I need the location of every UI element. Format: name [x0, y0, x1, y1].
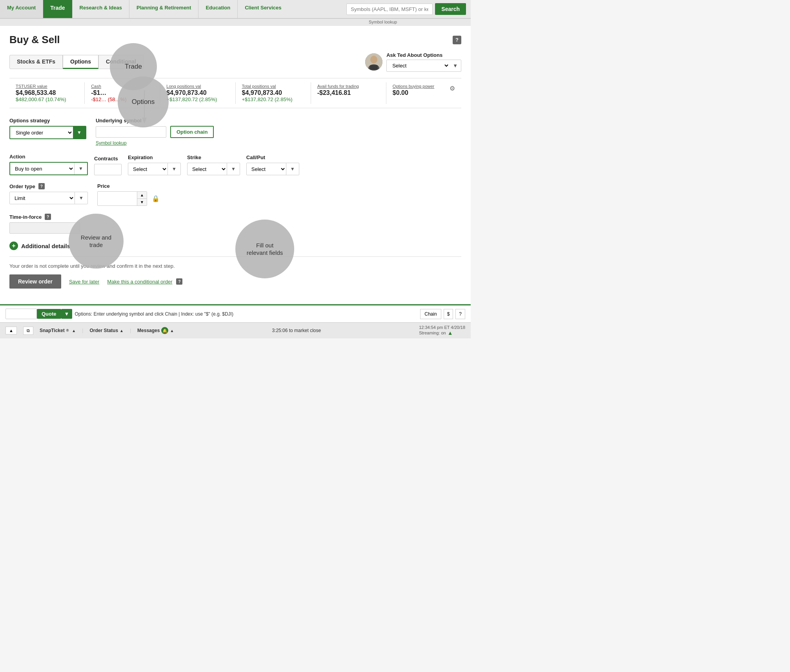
contracts-input[interactable] — [94, 164, 122, 175]
price-down-button[interactable]: ▼ — [137, 199, 147, 205]
quote-input[interactable] — [5, 309, 37, 319]
strike-select-wrap: Select ▼ — [187, 163, 240, 175]
nav-item-client[interactable]: Client Services — [238, 0, 288, 18]
tabs-row: Stocks & ETFs Options Conditional Ask Te… — [9, 52, 461, 72]
order-status[interactable]: Order Status ▲ — [89, 328, 124, 333]
tif-row: Time-in-force ? Day — [9, 214, 461, 234]
symbol-label: Underlying symbol — [96, 118, 214, 124]
order-note: Your order is not complete until you rev… — [9, 263, 461, 269]
callput-label: Call/Put — [246, 154, 299, 160]
dollar-button[interactable]: $ — [444, 309, 453, 319]
price-input[interactable] — [98, 193, 137, 204]
tstuser-label[interactable]: TSTUSER value — [16, 84, 78, 89]
review-order-button[interactable]: Review order — [9, 274, 61, 289]
option-chain-button[interactable]: Option chain — [170, 126, 214, 138]
order-type-select[interactable]: Market Limit Stop Stop limit — [10, 193, 75, 204]
symbol-lookup-link[interactable]: Symbol lookup — [96, 140, 214, 146]
price-up-button[interactable]: ▲ — [137, 192, 147, 199]
ask-ted-select[interactable]: Select How to trade options Options basi… — [387, 60, 450, 71]
snap-ticket-arrow: ▲ — [72, 329, 76, 333]
bottom-bar-info: Options: Enter underlying symbol and cli… — [75, 311, 418, 317]
strike-select[interactable]: Select — [187, 163, 227, 175]
svg-rect-3 — [370, 65, 378, 70]
bottom-help-button[interactable]: ? — [455, 309, 465, 319]
expiration-dropdown-arrow: ▼ — [167, 163, 180, 175]
action-select[interactable]: Buy to open Sell to close Buy to close S… — [10, 163, 74, 174]
snap-ticket[interactable]: SnapTicket® ▲ — [40, 328, 76, 333]
quote-button[interactable]: Quote — [37, 309, 61, 319]
total-pos-value: $4,970,873.40 — [242, 89, 304, 96]
strategy-dropdown-arrow[interactable]: ▼ — [73, 127, 86, 138]
action-dropdown-arrow[interactable]: ▼ — [74, 163, 87, 174]
order-details-row: Action Buy to open Sell to close Buy to … — [9, 154, 461, 175]
ted-avatar — [365, 53, 382, 71]
status-square-button[interactable]: ⧉ — [23, 327, 33, 335]
page-header: Buy & Sell ? — [9, 34, 461, 46]
streaming-status[interactable]: Streaming: on ▲ — [419, 330, 465, 336]
account-summary: TSTUSER value $4,968,533.48 $482,000.67 … — [9, 78, 461, 108]
contracts-label: Contracts — [94, 156, 122, 162]
options-bp-value: $0.00 — [393, 89, 434, 96]
tab-options[interactable]: Options — [63, 55, 98, 69]
contracts-group: Contracts — [94, 156, 122, 175]
order-type-price-row: Order type ? Market Limit Stop Stop limi… — [9, 183, 461, 206]
action-select-wrap: Buy to open Sell to close Buy to close S… — [9, 162, 88, 175]
messages-wrap[interactable]: Messages 🔔 ▲ — [137, 327, 174, 334]
account-item-tstuser: TSTUSER value $4,968,533.48 $482,000.67 … — [9, 82, 85, 104]
callput-select-wrap: Select ▼ — [246, 163, 299, 175]
snap-ticket-label: SnapTicket — [40, 328, 65, 333]
tab-conditional[interactable]: Conditional — [98, 55, 144, 69]
tab-stocks-etfs[interactable]: Stocks & ETFs — [9, 55, 63, 69]
quote-dropdown-button[interactable]: ▼ — [61, 309, 73, 319]
cash-change: -$12… (58…%) — [91, 96, 126, 102]
additional-details-toggle[interactable]: + Additional details — [9, 242, 461, 250]
search-input[interactable] — [346, 4, 433, 15]
expiration-select[interactable]: Select — [128, 163, 167, 175]
nav-item-my-account[interactable]: My Account — [0, 0, 43, 18]
market-close: 3:25:06 to market close — [180, 328, 413, 333]
tif-group: Time-in-force ? Day — [9, 214, 80, 234]
callput-group: Call/Put Select ▼ — [246, 154, 299, 175]
order-type-group: Order type ? Market Limit Stop Stop limi… — [9, 183, 88, 204]
strategy-symbol-row: Options strategy Single order Covered ca… — [9, 118, 461, 146]
options-form: Options strategy Single order Covered ca… — [9, 118, 461, 234]
tstuser-change: $482,000.67 (10.74%) — [16, 96, 66, 102]
order-status-arrow: ▲ — [120, 329, 124, 333]
tif-help-icon[interactable]: ? — [45, 214, 51, 220]
strike-group: Strike Select ▼ — [187, 154, 240, 175]
symbol-input[interactable] — [96, 126, 166, 138]
save-for-later-link[interactable]: Save for later — [69, 279, 99, 285]
expiration-label: Expiration — [128, 154, 181, 160]
conditional-order-link[interactable]: Make this a conditional order — [107, 279, 172, 285]
order-type-dropdown-arrow[interactable]: ▼ — [75, 192, 87, 204]
nav-item-trade[interactable]: Trade — [43, 0, 72, 18]
nav-item-research[interactable]: Research & Ideas — [73, 0, 129, 18]
total-pos-label[interactable]: Total positions val — [242, 84, 304, 89]
streaming-label: Streaming: on — [419, 331, 446, 335]
settings-gear-icon[interactable]: ⚙ — [450, 84, 455, 92]
symbol-lookup-nav[interactable]: Symbol lookup — [0, 19, 471, 26]
nav-item-planning[interactable]: Planning & Retirement — [129, 0, 198, 18]
nav-item-education[interactable]: Education — [198, 0, 238, 18]
cash-label[interactable]: Cash — [91, 84, 153, 89]
search-button[interactable]: Search — [435, 3, 466, 15]
tif-label: Time-in-force — [9, 214, 42, 220]
ask-ted-container: Ask Ted About Options Select How to trad… — [365, 52, 461, 72]
add-details-icon[interactable]: + — [9, 242, 18, 250]
long-pos-label[interactable]: Long positions val — [166, 84, 229, 89]
callput-select[interactable]: Select — [247, 163, 286, 175]
tstuser-value: $4,968,533.48 — [16, 89, 78, 96]
options-bp-label[interactable]: Options buying power — [393, 84, 434, 89]
avail-funds-label[interactable]: Avail funds for trading — [317, 84, 380, 89]
order-type-help-icon[interactable]: ? — [38, 183, 45, 189]
conditional-help-icon[interactable]: ? — [176, 278, 182, 285]
strategy-select[interactable]: Single order Covered call Protective put — [10, 127, 73, 138]
ask-ted-dropdown-arrow: ▼ — [450, 60, 461, 71]
status-right: 12:34:54 pm ET 4/20/18 Streaming: on ▲ — [419, 325, 465, 336]
additional-details-label: Additional details — [21, 243, 70, 249]
chain-button[interactable]: Chain — [420, 309, 441, 319]
status-up-arrow[interactable]: ▲ — [5, 327, 17, 334]
account-item-total-pos: Total positions val $4,970,873.40 +$137,… — [236, 82, 311, 104]
account-item-long-pos: Long positions val $4,970,873.40 +$137,8… — [160, 82, 235, 104]
page-help-button[interactable]: ? — [453, 36, 461, 44]
